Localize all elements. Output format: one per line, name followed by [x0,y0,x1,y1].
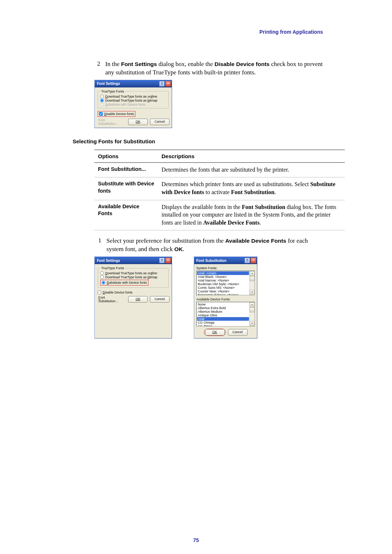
system-fonts-listbox[interactable]: Arial: <Arial>Arial Black: <None>Arial N… [196,271,255,295]
cancel-button[interactable]: Cancel [150,296,170,303]
available-device-fonts-label: Available Device Fonts: [196,297,255,301]
list-item[interactable]: Arial [197,317,249,321]
scroll-up-icon[interactable]: ▴ [250,271,254,276]
font-substitution-link-disabled: Font Substitution… [97,118,126,126]
cancel-button[interactable]: Cancel [228,329,248,336]
font-settings-dialog-1: Font Settings ? × TrueType Fonts Downloa… [94,80,172,128]
options-table: Options Descriptions Font Substitution..… [94,149,345,231]
ok-highlight: OK [204,329,226,336]
list-item[interactable]: Bookman Old Style: <None> [197,282,249,286]
list-item[interactable]: Estrangelo Edessa: <None> [197,293,249,295]
radio-substitute[interactable]: Substitute with Device fonts [102,281,147,284]
truetype-fonts-group: TrueType Fonts Download TrueType fonts a… [98,266,169,288]
radio-substitute: Substitute with Device fonts [100,103,166,106]
list-item[interactable]: Comic Sans MS: <None> [197,286,249,290]
close-button[interactable]: × [165,81,171,87]
scrollbar[interactable]: ▴ ▾ [249,302,254,326]
radio-outline[interactable]: Download TrueType fonts as outline [100,271,166,275]
list-item[interactable]: None [197,303,249,306]
radio-bitmap[interactable]: Download TrueType fonts as bitmap [100,275,166,279]
th-options: Options [94,150,158,163]
table-row: Available Device Fonts Displays the avai… [94,200,345,230]
radio-outline[interactable]: Download TrueType fonts as outline [100,95,166,98]
scroll-down-icon[interactable]: ▾ [250,290,254,295]
titlebar[interactable]: Font Settings ? × [95,80,172,87]
available-device-fonts-listbox[interactable]: NoneAlbertus Extra BoldAlbertus MediumAn… [196,302,255,327]
page-number: 75 [0,537,392,543]
dialog-title: Font Settings [97,82,120,86]
header-link[interactable]: Printing from Applications [73,29,323,35]
scroll-down-icon[interactable]: ▾ [250,321,254,326]
table-row: Substitute with Device fonts Determines … [94,177,345,200]
substitute-highlight: Substitute with Device fonts [100,280,148,286]
titlebar[interactable]: Font Substitution ? × [194,257,257,264]
list-item[interactable]: Antique Olive [197,313,249,317]
step-1-number: 1 [94,237,106,254]
scroll-thumb[interactable] [250,276,254,281]
th-descriptions: Descriptions [158,150,345,163]
step-2-text: In the Font Settings dialog box, enable … [105,60,323,77]
truetype-fonts-group: TrueType Fonts Download TrueType fonts a… [98,90,169,108]
list-item[interactable]: Albertus Medium [197,310,249,313]
font-settings-dialog-2: Font Settings ? × TrueType Fonts Downloa… [94,257,172,338]
radio-bitmap[interactable]: Download TrueType fonts as bitmap [100,99,166,102]
list-item[interactable]: Arial Narrow: <None> [197,279,249,282]
group-legend: TrueType Fonts [100,90,125,93]
scrollbar[interactable]: ▴ ▾ [249,271,254,295]
disable-device-fonts-highlight: Disable Device fonts [98,111,135,117]
font-substitution-link[interactable]: Font Substitution… [97,296,126,303]
step-2-number: 2 [94,60,105,77]
close-button[interactable]: × [250,258,256,263]
scroll-thumb[interactable] [250,307,254,312]
cancel-button[interactable]: Cancel [150,119,170,125]
help-button[interactable]: ? [159,81,165,87]
section-heading: Selecting Fonts for Substitution [73,138,323,144]
list-item[interactable]: Arial: <Arial> [197,271,249,275]
list-item[interactable]: Arial Black: <None> [197,275,249,279]
list-item[interactable]: CG Times [197,324,249,327]
step-1-text: Select your preference for substitution … [106,237,323,254]
step-2: 2 In the Font Settings dialog box, enabl… [94,60,323,77]
close-button[interactable]: × [165,258,171,263]
scroll-up-icon[interactable]: ▴ [250,302,254,307]
font-substitution-dialog: Font Substitution ? × System Fonts: Aria… [194,257,257,338]
help-button[interactable]: ? [159,258,165,263]
titlebar[interactable]: Font Settings ? × [95,257,172,264]
checkbox-disable-device-fonts[interactable]: Disable Device fonts [99,112,134,116]
ok-button[interactable]: OK [128,119,148,125]
dialog-title: Font Substitution [196,259,226,263]
ok-button[interactable]: OK [205,329,225,336]
system-fonts-label: System Fonts: [196,266,255,270]
group-legend: TrueType Fonts [100,266,125,270]
list-item[interactable]: CG Omega [197,321,249,324]
help-button[interactable]: ? [244,258,250,263]
list-item[interactable]: Albertus Extra Bold [197,306,249,310]
step-1: 1 Select your preference for substitutio… [94,237,323,254]
checkbox-disable-device-fonts[interactable]: Disable Device fonts [98,291,169,294]
table-row: Font Substitution... Determines the font… [94,163,345,177]
ok-button[interactable]: OK [128,296,148,303]
list-item[interactable]: Courier New: <None> [197,290,249,293]
dialog-title: Font Settings [97,259,120,263]
